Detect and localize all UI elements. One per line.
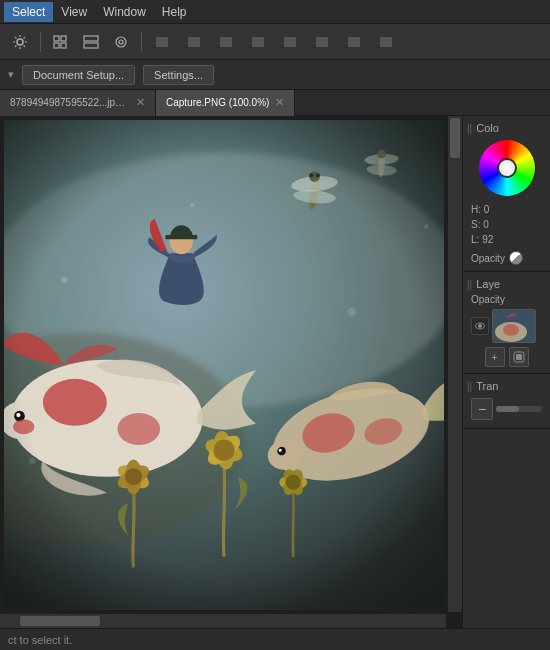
color-wheel[interactable] <box>479 140 535 196</box>
menu-view[interactable]: View <box>53 2 95 22</box>
svg-rect-16 <box>380 37 392 47</box>
grid-btn-3[interactable] <box>107 28 135 56</box>
svg-rect-12 <box>252 37 264 47</box>
svg-point-0 <box>17 39 23 45</box>
layer-opacity-row: Opacity <box>467 292 546 307</box>
toolbar-btn-8[interactable] <box>276 28 304 56</box>
grid-btn-1[interactable] <box>47 28 75 56</box>
status-bar: ct to select it. <box>0 628 550 650</box>
tabs-bar: 8789494987595522...jpg (18... ✕ Capture.… <box>0 90 550 116</box>
s-value: 0 <box>483 219 489 230</box>
svg-rect-11 <box>220 37 232 47</box>
canvas-image <box>4 120 444 610</box>
toolbar-grid-group <box>47 28 135 56</box>
doc-dropdown-arrow[interactable]: ▾ <box>8 68 14 81</box>
layer-thumbnail[interactable] <box>492 309 536 343</box>
svg-point-77 <box>503 324 519 336</box>
main-area: || Colo H: 0 S: 0 L: 92 Opacity || Laye <box>0 116 550 628</box>
document-setup-button[interactable]: Document Setup... <box>22 65 135 85</box>
horizontal-scrollbar[interactable] <box>0 614 446 628</box>
toolbar-btn-4[interactable] <box>148 28 176 56</box>
menu-select[interactable]: Select <box>4 2 53 22</box>
toolbar-btn-9[interactable] <box>308 28 336 56</box>
transform-slider[interactable] <box>496 406 542 412</box>
opacity-label: Opacity <box>471 253 505 264</box>
color-section: || Colo H: 0 S: 0 L: 92 Opacity <box>463 116 550 272</box>
tab-png-close[interactable]: ✕ <box>275 97 284 108</box>
layer-mask-icon[interactable] <box>509 347 529 367</box>
svg-rect-3 <box>54 43 59 48</box>
svg-rect-73 <box>4 120 444 610</box>
toolbar-sep-2 <box>141 32 142 52</box>
grid-btn-2[interactable] <box>77 28 105 56</box>
right-panel: || Colo H: 0 S: 0 L: 92 Opacity || Laye <box>462 116 550 628</box>
toolbar-btn-5[interactable] <box>180 28 208 56</box>
tab-png-label: Capture.PNG (100.0%) <box>166 97 269 108</box>
svg-rect-2 <box>61 36 66 41</box>
status-text: ct to select it. <box>8 634 72 646</box>
tab-jpg-close[interactable]: ✕ <box>136 97 145 108</box>
layers-panel-label: Laye <box>476 278 500 290</box>
settings-icon[interactable] <box>6 28 34 56</box>
color-wheel-center <box>497 158 517 178</box>
layer-icons: + <box>467 345 546 369</box>
h-value: 0 <box>484 204 490 215</box>
hsl-values: H: 0 S: 0 L: 92 <box>467 200 546 249</box>
color-panel-header[interactable]: || Colo <box>467 120 546 136</box>
l-value: 92 <box>482 234 493 245</box>
svg-rect-14 <box>316 37 328 47</box>
svg-rect-6 <box>84 43 98 48</box>
menu-bar: Select View Window Help <box>0 0 550 24</box>
toolbar-btn-10[interactable] <box>340 28 368 56</box>
panel-collapse-icon: || <box>467 123 472 134</box>
tab-jpg-label: 8789494987595522...jpg (18... <box>10 97 130 108</box>
toolbar-sep-1 <box>40 32 41 52</box>
layer-visibility-icon[interactable] <box>471 317 489 335</box>
tab-jpg[interactable]: 8789494987595522...jpg (18... ✕ <box>0 90 156 116</box>
svg-point-8 <box>119 40 123 44</box>
add-layer-icon[interactable]: + <box>485 347 505 367</box>
opacity-circle[interactable] <box>509 251 523 265</box>
opacity-row: Opacity <box>467 249 546 267</box>
toolbar-btn-6[interactable] <box>212 28 240 56</box>
svg-point-74 <box>478 324 482 328</box>
svg-point-7 <box>116 37 126 47</box>
menu-help[interactable]: Help <box>154 2 195 22</box>
settings-button[interactable]: Settings... <box>143 65 214 85</box>
menu-window[interactable]: Window <box>95 2 154 22</box>
svg-rect-5 <box>84 36 98 41</box>
color-panel-label: Colo <box>476 122 499 134</box>
svg-rect-10 <box>188 37 200 47</box>
horizontal-scroll-thumb[interactable] <box>20 616 100 626</box>
svg-rect-1 <box>54 36 59 41</box>
h-label: H: <box>471 204 481 215</box>
layers-panel-header[interactable]: || Laye <box>467 276 546 292</box>
tab-png[interactable]: Capture.PNG (100.0%) ✕ <box>156 90 295 116</box>
vertical-scrollbar[interactable] <box>448 116 462 612</box>
transform-panel-header[interactable]: || Tran <box>467 378 546 394</box>
toolbar-btn-7[interactable] <box>244 28 272 56</box>
layers-collapse-icon: || <box>467 279 472 290</box>
transform-section: || Tran − <box>463 374 550 429</box>
svg-rect-9 <box>156 37 168 47</box>
svg-rect-13 <box>284 37 296 47</box>
layers-section: || Laye Opacity <box>463 272 550 374</box>
svg-rect-4 <box>61 43 66 48</box>
transform-panel-label: Tran <box>476 380 498 392</box>
doc-bar: ▾ Document Setup... Settings... <box>0 60 550 90</box>
transform-minus-btn[interactable]: − <box>471 398 493 420</box>
toolbar <box>0 24 550 60</box>
layer-opacity-label: Opacity <box>471 294 505 305</box>
l-label: L: <box>471 234 479 245</box>
transform-collapse-icon: || <box>467 381 472 392</box>
svg-rect-79 <box>516 354 522 360</box>
canvas-area[interactable] <box>0 116 462 628</box>
s-label: S: <box>471 219 480 230</box>
svg-rect-15 <box>348 37 360 47</box>
toolbar-btn-11[interactable] <box>372 28 400 56</box>
vertical-scroll-thumb[interactable] <box>450 118 460 158</box>
